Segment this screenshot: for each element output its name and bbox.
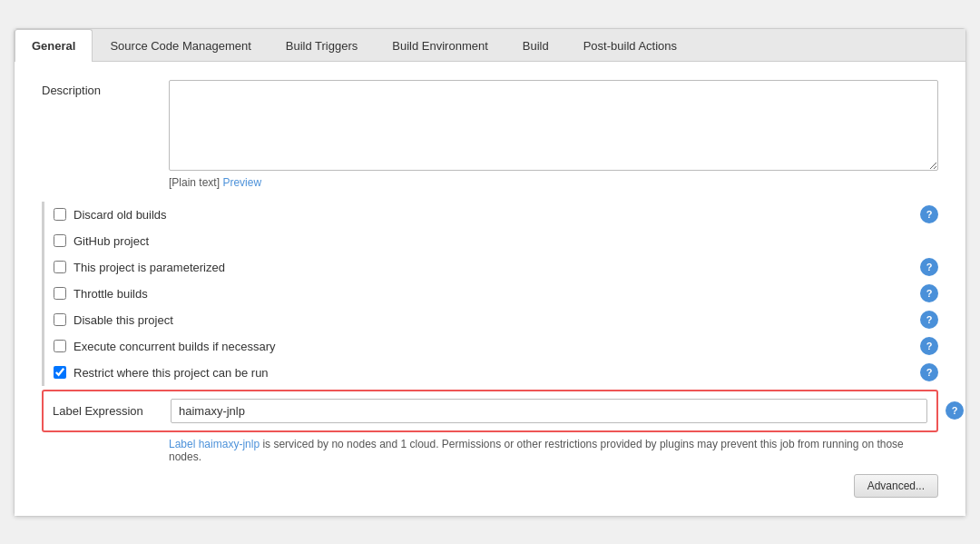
checkbox-row-parameterized: This project is parameterized ? [54, 254, 938, 281]
discard-old-builds-checkbox[interactable] [54, 208, 66, 221]
checkbox-row-github-project: GitHub project [54, 228, 938, 254]
description-control-wrap: [Plain text] Preview [169, 80, 938, 189]
preview-link[interactable]: Preview [222, 176, 261, 189]
restrict-where-label[interactable]: Restrict where this project can be run [74, 366, 269, 380]
checkbox-row-disable-project: Disable this project ? [54, 307, 938, 333]
throttle-builds-checkbox[interactable] [54, 287, 66, 300]
disable-project-label[interactable]: Disable this project [74, 313, 173, 327]
notice-label-link[interactable]: Label haimaxy-jnlp [169, 438, 260, 450]
parameterized-help-icon[interactable]: ? [920, 258, 938, 276]
checkbox-section: Discard old builds ? GitHub project This… [42, 202, 938, 386]
description-label: Description [42, 80, 169, 97]
discard-old-builds-label[interactable]: Discard old builds [74, 208, 167, 222]
tab-build-environment[interactable]: Build Environment [375, 29, 505, 62]
tab-post-build-actions[interactable]: Post-build Actions [566, 29, 694, 62]
notice-text: Label haimaxy-jnlp is serviced by no nod… [169, 438, 938, 463]
concurrent-builds-checkbox[interactable] [54, 340, 66, 352]
label-expression-label: Label Expression [53, 404, 171, 418]
content-area: Description [Plain text] Preview Discard… [15, 62, 965, 516]
plain-text-note: [Plain text] Preview [169, 176, 938, 189]
advanced-area: Advanced... [42, 474, 938, 498]
concurrent-builds-label[interactable]: Execute concurrent builds if necessary [74, 340, 276, 353]
advanced-button[interactable]: Advanced... [854, 474, 938, 498]
throttle-builds-label[interactable]: Throttle builds [74, 287, 148, 301]
plain-text-label: [Plain text] [169, 176, 220, 189]
tab-general[interactable]: General [15, 29, 93, 62]
parameterized-label[interactable]: This project is parameterized [74, 261, 225, 274]
notice-rest-text: is serviced by no nodes and 1 cloud. Per… [169, 438, 904, 463]
checkbox-row-concurrent-builds: Execute concurrent builds if necessary ? [54, 333, 938, 360]
github-project-label[interactable]: GitHub project [74, 234, 149, 248]
restrict-where-help-icon[interactable]: ? [920, 363, 938, 381]
description-row: Description [Plain text] Preview [42, 80, 938, 189]
parameterized-checkbox[interactable] [54, 261, 66, 273]
checkbox-row-restrict-where: Restrict where this project can be run ? [54, 360, 938, 386]
github-project-checkbox[interactable] [54, 234, 66, 247]
tab-bar: General Source Code Management Build Tri… [15, 29, 965, 62]
disable-project-checkbox[interactable] [54, 313, 66, 326]
tab-build-triggers[interactable]: Build Triggers [269, 29, 375, 62]
label-expression-help-icon[interactable]: ? [946, 401, 964, 420]
checkbox-row-throttle-builds: Throttle builds ? [54, 281, 938, 307]
disable-project-help-icon[interactable]: ? [920, 311, 938, 329]
label-expression-input[interactable] [171, 399, 927, 423]
tab-build[interactable]: Build [505, 29, 566, 62]
label-expression-section: Label Expression ? [42, 390, 938, 432]
discard-old-builds-help-icon[interactable]: ? [920, 205, 938, 223]
tab-source-code-management[interactable]: Source Code Management [93, 29, 268, 62]
throttle-builds-help-icon[interactable]: ? [920, 284, 938, 302]
restrict-where-checkbox[interactable] [54, 366, 66, 379]
concurrent-builds-help-icon[interactable]: ? [920, 337, 938, 355]
description-textarea[interactable] [169, 80, 938, 171]
checkbox-row-discard-old-builds: Discard old builds ? [54, 202, 938, 228]
